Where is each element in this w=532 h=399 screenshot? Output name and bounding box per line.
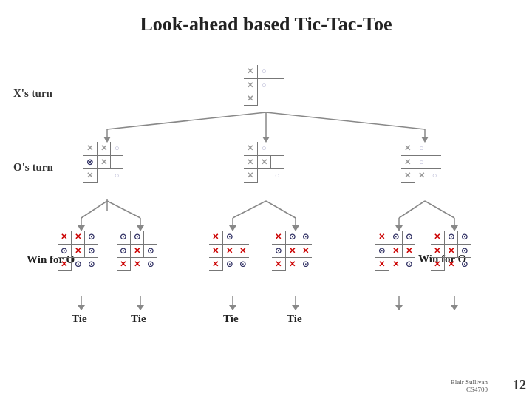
- svg-line-24: [425, 201, 454, 218]
- tie-label-2: Tie: [131, 313, 146, 325]
- svg-line-5: [266, 112, 425, 129]
- sub-board-3: ✕⊙ ✕✕✕ ✕⊙⊙: [209, 231, 249, 271]
- page-title: Look-ahead based Tic-Tac-Toe: [0, 0, 532, 35]
- sub-board-1: ✕✕⊙ ⊙✕⊙ ✕⊙⊙: [58, 231, 98, 271]
- svg-line-21: [399, 201, 425, 218]
- tie-label-3: Tie: [223, 313, 239, 325]
- svg-line-18: [266, 201, 296, 218]
- svg-marker-38: [451, 305, 458, 310]
- x-turn-label: X's turn: [13, 87, 52, 100]
- svg-line-2: [107, 112, 266, 129]
- tie-label-1: Tie: [72, 313, 87, 325]
- mid-o-board: ✕○ ✕✕ ✕○: [244, 142, 284, 183]
- sub-board-6: ✕⊙⊙ ✕✕⊙ ✕✕⊙: [431, 231, 471, 271]
- o-turn-label: O's turn: [13, 161, 53, 174]
- top-board: ✕ ○ ✕ ○ ✕: [244, 65, 284, 106]
- svg-marker-32: [229, 305, 236, 310]
- page-number: 12: [513, 378, 526, 393]
- svg-line-12: [107, 201, 140, 218]
- svg-marker-30: [137, 305, 144, 310]
- connector-lines: [0, 0, 532, 399]
- sub-board-2: ⊙⊙ ⊙✕⊙ ✕✕⊙: [117, 231, 157, 271]
- left-o-board: ✕✕○ ⊗✕ ✕○: [83, 142, 123, 183]
- svg-marker-34: [292, 305, 299, 310]
- footer-author: Blair Sullivan CS4700: [451, 378, 488, 393]
- tie-label-4: Tie: [287, 313, 302, 325]
- svg-marker-28: [78, 305, 85, 310]
- svg-line-9: [81, 201, 107, 218]
- svg-line-15: [233, 201, 266, 218]
- right-o-board: ✕○ ✕○ ✕✕○: [401, 142, 441, 183]
- svg-marker-36: [395, 305, 403, 310]
- sub-board-5: ✕⊙⊙ ⊙✕✕ ✕✕⊙: [375, 231, 415, 271]
- sub-board-4: ✕⊙⊙ ⊙✕✕ ✕✕⊙: [272, 231, 312, 271]
